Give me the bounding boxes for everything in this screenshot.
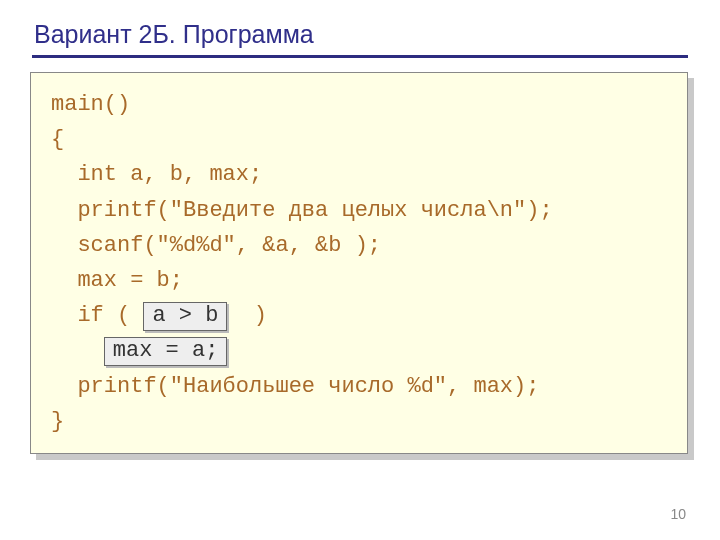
code-line: if ( xyxy=(77,303,143,328)
code-line: { xyxy=(51,127,64,152)
slide-title: Вариант 2Б. Программа xyxy=(34,20,688,49)
code-line: printf("Введите два целых числа\n"); xyxy=(77,198,552,223)
assignment-box: max = a; xyxy=(104,337,228,365)
condition-box: a > b xyxy=(143,302,227,330)
code-line: printf("Наибольшее число %d", max); xyxy=(77,374,539,399)
code-line: ) xyxy=(227,303,267,328)
code-block: main() { int a, b, max; printf("Введите … xyxy=(30,72,688,454)
code-block-wrap: main() { int a, b, max; printf("Введите … xyxy=(30,72,688,454)
code-line: } xyxy=(51,409,64,434)
page-number: 10 xyxy=(670,506,686,522)
title-underline xyxy=(32,55,688,58)
slide: Вариант 2Б. Программа main() { int a, b,… xyxy=(0,0,720,454)
code-line: scanf("%d%d", &a, &b ); xyxy=(77,233,381,258)
code-line: main() xyxy=(51,92,130,117)
code-line: int a, b, max; xyxy=(77,162,262,187)
code-line: max = b; xyxy=(77,268,183,293)
